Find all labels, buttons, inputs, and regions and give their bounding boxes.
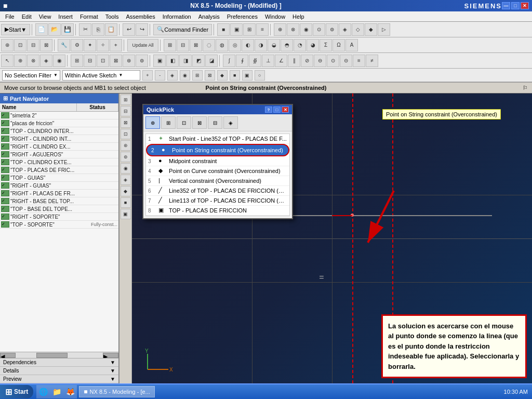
nav-item-6[interactable]: ✓ "TOP - CILINDRO EXTE...: [0, 158, 118, 166]
sketch-btn-28[interactable]: ≠: [366, 55, 378, 67]
tb2-btn-15[interactable]: ◎: [229, 39, 241, 51]
selection-filter-dropdown[interactable]: No Selection Filter ▼: [2, 70, 60, 81]
left-tb-7[interactable]: ◉: [121, 163, 131, 174]
tb2-btn-20[interactable]: ◔: [294, 39, 306, 51]
paste-button[interactable]: 📋: [105, 23, 117, 36]
nav-item-13[interactable]: ✓ "RIGHT - SOPORTE": [0, 213, 118, 221]
viewport[interactable]: Point on String constraint (Overconstrai…: [132, 94, 532, 383]
qp-view-btn-2[interactable]: ⊠: [192, 116, 207, 129]
sketch-btn-12[interactable]: ▣: [153, 55, 166, 67]
qp-view-btn-3[interactable]: ⊟: [208, 116, 222, 129]
tb2-btn-6[interactable]: ⚙: [71, 39, 83, 51]
menu-assemblies[interactable]: Assemblies: [123, 12, 158, 21]
nav-item-11[interactable]: ✓ "RIGHT - BASE DEL TOP...: [0, 197, 118, 205]
qp-view-btn-4[interactable]: ◈: [223, 116, 238, 129]
nav-item-1[interactable]: ✓ "placas de friccion": [0, 119, 118, 127]
nav-scroll-right[interactable]: ▶: [103, 353, 118, 358]
minimize-button[interactable]: —: [502, 2, 510, 9]
sketch-btn-7[interactable]: ⊟: [84, 55, 96, 67]
sketch-btn-26[interactable]: ⊝: [340, 55, 352, 67]
qp-item-3[interactable]: 4 ◆ Point on Curve constraint (Overconst…: [146, 166, 289, 176]
left-tb-3[interactable]: ⊠: [121, 117, 131, 128]
left-tb-2[interactable]: ⊟: [121, 106, 131, 116]
sketch-btn-11[interactable]: ⊚: [136, 55, 148, 67]
tb2-btn-11[interactable]: ⊟: [177, 39, 189, 51]
tb-btn-12[interactable]: ◆: [365, 23, 377, 36]
sketch-btn-6[interactable]: ⊞: [71, 55, 83, 67]
tb-btn-5[interactable]: ⊕: [274, 23, 286, 36]
nav-item-7[interactable]: ✓ "TOP - PLACAS DE FRIC...: [0, 166, 118, 174]
menu-insert[interactable]: Insert: [55, 12, 76, 21]
tb-btn-1[interactable]: ■: [217, 23, 230, 36]
sketch-btn-1[interactable]: ↖: [1, 55, 14, 67]
maximize-button[interactable]: □: [511, 2, 520, 9]
tb2-btn-18[interactable]: ◒: [268, 39, 280, 51]
qp-view-btn-1[interactable]: ⊡: [177, 116, 191, 129]
sketch-btn-14[interactable]: ◨: [179, 55, 192, 67]
sketch-btn-22[interactable]: ∥: [288, 55, 300, 67]
filter-btn-2[interactable]: -: [155, 70, 165, 81]
left-tb-4[interactable]: ⊡: [121, 129, 131, 139]
sketch-btn-10[interactable]: ⊛: [123, 55, 135, 67]
start-button[interactable]: ▶ Start ▼: [1, 24, 30, 35]
nav-details[interactable]: Details ▼: [0, 367, 118, 375]
sketch-btn-3[interactable]: ⊗: [27, 55, 39, 67]
taskbar-browser-icon[interactable]: 🦊: [63, 385, 77, 398]
menu-file[interactable]: File: [2, 12, 18, 21]
menu-view[interactable]: View: [36, 12, 55, 21]
menu-preferences[interactable]: Preferences: [224, 12, 261, 21]
filter-btn-4[interactable]: ◉: [180, 70, 190, 81]
sketch-btn-18[interactable]: ∮: [236, 55, 248, 67]
menu-help[interactable]: Help: [289, 12, 308, 21]
tb-btn-10[interactable]: ◈: [339, 23, 351, 36]
qp-item-2[interactable]: 3 ● Midpoint constraint: [146, 156, 289, 166]
taskbar-ie-icon[interactable]: 🌐: [36, 385, 50, 398]
nav-item-10[interactable]: ✓ "RIGHT - PLACAS DE FR...: [0, 190, 118, 197]
left-tb-8[interactable]: ◈: [121, 175, 131, 185]
qp-help-button[interactable]: ?: [265, 107, 272, 113]
menu-format[interactable]: Format: [77, 12, 101, 21]
tb2-btn-3[interactable]: ⊟: [27, 39, 39, 51]
tb2-btn-16[interactable]: ◐: [242, 39, 254, 51]
sketch-btn-2[interactable]: ⊕: [14, 55, 26, 67]
qp-item-6[interactable]: 7 ╱ Line113 of TOP - PLACAS DE FRICCION …: [146, 196, 289, 206]
nav-item-2[interactable]: ✓ "TOP - CILINDRO INTER...: [0, 127, 118, 135]
filter-btn-9[interactable]: ▣: [242, 70, 252, 81]
save-button[interactable]: 💾: [61, 23, 74, 36]
sketch-btn-17[interactable]: ∫: [223, 55, 235, 67]
nav-item-12[interactable]: ✓ "TOP - BASE DEL TOPE...: [0, 205, 118, 213]
filter-btn-1[interactable]: +: [142, 70, 153, 81]
sketch-btn-19[interactable]: ∯: [249, 55, 261, 67]
taskbar-folder-icon[interactable]: 📁: [50, 385, 63, 398]
qp-item-0[interactable]: 1 ✦ Start Point - Line352 of TOP - PLACA…: [146, 134, 289, 144]
nav-item-14[interactable]: ✓ "TOP - SOPORTE" Fully-const...: [0, 221, 118, 229]
tb2-btn-5[interactable]: 🔧: [58, 39, 70, 51]
qp-filter-btn[interactable]: ⊞: [161, 116, 176, 129]
nav-h-scrollbar[interactable]: ◀ ▶: [0, 352, 118, 358]
tb2-btn-17[interactable]: ◑: [255, 39, 267, 51]
tb-btn-4[interactable]: ≡: [256, 23, 269, 36]
left-tb-9[interactable]: ◆: [121, 186, 131, 196]
nav-item-3[interactable]: ✓ "RIGHT - CILINDRO INT...: [0, 135, 118, 143]
tb2-btn-7[interactable]: ✦: [84, 39, 96, 51]
left-tb-10[interactable]: ■: [121, 197, 131, 208]
left-tb-5[interactable]: ⊛: [121, 140, 131, 151]
tb2-btn-4[interactable]: ⊠: [40, 39, 52, 51]
qp-maximize-button[interactable]: □: [273, 107, 281, 113]
tb2-btn-9[interactable]: ⌖: [110, 39, 122, 51]
tb2-btn-10[interactable]: ⊞: [164, 39, 176, 51]
menu-tools[interactable]: Tools: [102, 12, 122, 21]
qp-item-5[interactable]: 6 ╱ Line352 of TOP - PLACAS DE FRICCION …: [146, 186, 289, 196]
nav-item-4[interactable]: ✓ "RIGHT - CILINDRO EX...: [0, 143, 118, 151]
filter-btn-7[interactable]: ◆: [217, 70, 228, 81]
sketch-btn-5[interactable]: ◉: [53, 55, 65, 67]
start-button-taskbar[interactable]: ⊞ Start: [0, 385, 33, 398]
open-button[interactable]: 📂: [48, 23, 61, 36]
nav-item-5[interactable]: ✓ "RIGHT - AGUJEROS": [0, 151, 118, 158]
left-tb-11[interactable]: ▣: [121, 209, 131, 219]
sketch-btn-25[interactable]: ⊙: [327, 55, 339, 67]
nav-item-9[interactable]: ✓ "RIGHT - GUIAS": [0, 182, 118, 190]
tb2-btn-21[interactable]: ◕: [307, 39, 319, 51]
tb2-btn-2[interactable]: ⊡: [14, 39, 26, 51]
qp-select-btn[interactable]: ⊕: [145, 116, 160, 129]
